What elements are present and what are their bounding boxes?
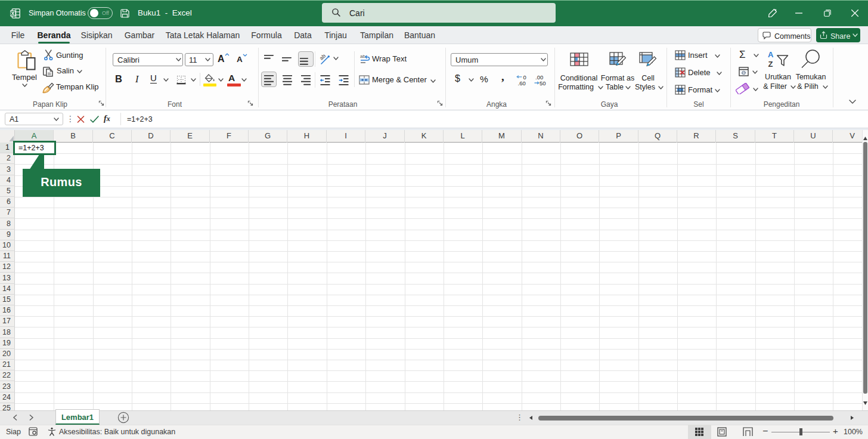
svg-text:0: 0 xyxy=(523,74,526,81)
svg-text:.00: .00 xyxy=(535,74,543,81)
svg-text:.60: .60 xyxy=(518,80,526,86)
svg-text:50: 50 xyxy=(540,80,546,86)
svg-text:A: A xyxy=(768,51,774,59)
svg-text:ab: ab xyxy=(360,54,365,59)
svg-text:Z: Z xyxy=(768,60,773,68)
